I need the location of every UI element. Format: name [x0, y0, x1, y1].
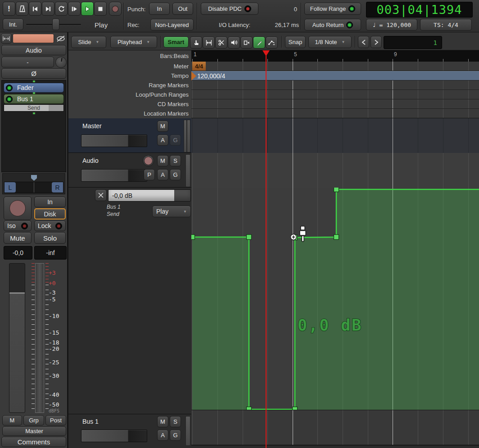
edit-internal-tool-button[interactable] [266, 36, 278, 49]
editor-canvas[interactable]: 0,0 dB [191, 118, 479, 448]
time-stretch-tool-button[interactable] [240, 36, 253, 49]
punch-in-button[interactable]: In [149, 3, 170, 15]
lane-value-slider[interactable]: -0,0 dB [108, 189, 191, 202]
bus-automation-button[interactable]: A [157, 430, 168, 441]
record-enable-button[interactable] [4, 197, 32, 220]
nudge-back-button[interactable] [358, 36, 369, 48]
audio-mute-button[interactable]: M [157, 155, 168, 166]
nudge-forward-button[interactable] [371, 36, 382, 48]
range-tool-button[interactable] [203, 36, 215, 49]
processor-fader[interactable]: Fader [4, 83, 64, 93]
track-resize-strip[interactable] [187, 120, 190, 152]
midi-panic-button[interactable]: ! [3, 2, 15, 16]
automation-control-point[interactable] [293, 407, 298, 410]
record-button[interactable] [109, 2, 122, 16]
track-header-audio[interactable]: Audio M S P A G [68, 153, 191, 188]
pan-slot[interactable]: L R [4, 182, 63, 193]
send-mini-fader[interactable]: Send [4, 104, 64, 112]
metronome-button[interactable] [16, 2, 28, 16]
ruler-label-bars-beats[interactable]: Bars:Beats [68, 50, 191, 62]
track-color-swatch[interactable] [13, 34, 54, 43]
play-button[interactable] [81, 2, 94, 16]
track-header-master[interactable]: Master M A G [68, 118, 191, 153]
automation-lane-header[interactable]: -0,0 dB Bus 1 Send Play ▼ [68, 188, 191, 414]
solo-button[interactable]: Solo [34, 232, 66, 244]
gain-fader[interactable] [9, 263, 25, 413]
meter-point-button[interactable]: Post [45, 415, 66, 426]
pan-pointer-icon[interactable] [31, 175, 37, 181]
tempo-button[interactable]: ♩ = 120,000 [366, 19, 417, 31]
track-resize-strip[interactable] [185, 154, 190, 187]
automation-curve[interactable]: 0,0 dB [191, 188, 479, 410]
ruler-label-loop-punch-ranges[interactable]: Loop/Punch Ranges [68, 90, 191, 99]
cd-markers-ruler[interactable] [191, 99, 479, 109]
strip-name-button[interactable]: Audio [1, 45, 66, 55]
goto-end-button[interactable] [42, 2, 54, 16]
ruler-label-tempo[interactable]: Tempo [68, 71, 191, 81]
ruler-canvas[interactable]: 159 4/4 120,000/4 [191, 50, 479, 118]
loop-button[interactable] [55, 2, 68, 16]
automation-control-point[interactable] [334, 188, 339, 192]
group-button[interactable]: Grp [23, 415, 44, 426]
audio-recenable-button[interactable] [143, 155, 154, 166]
location-markers-ruler[interactable] [191, 109, 479, 118]
track-name[interactable]: Audio [82, 157, 99, 164]
bars-beats-ruler[interactable]: 159 [191, 50, 479, 62]
bus-track-canvas[interactable] [191, 410, 479, 445]
shuttle-slider[interactable] [26, 18, 81, 31]
shuttle-handle[interactable] [52, 18, 59, 30]
meter-marker[interactable]: 4/4 [192, 62, 206, 71]
bus-group-button[interactable]: G [170, 430, 181, 441]
track-name[interactable]: Master [82, 122, 102, 130]
processor-active-led-icon[interactable] [6, 85, 13, 91]
lane-close-button[interactable] [95, 189, 107, 201]
audio-automation-button[interactable]: A [157, 169, 168, 180]
master-group-button[interactable]: G [170, 134, 181, 146]
punch-out-button[interactable]: Out [172, 3, 193, 15]
ruler-label-cd-markers[interactable]: CD Markers [68, 99, 191, 109]
master-gain-fader[interactable] [81, 134, 147, 147]
processor-bus-send[interactable]: Bus 1 [4, 94, 64, 104]
automation-control-point[interactable] [334, 235, 339, 240]
solo-isolate-button[interactable]: Iso [4, 220, 32, 231]
bus-solo-button[interactable]: S [170, 416, 181, 427]
track-header-bus[interactable]: Bus 1 M S A G [68, 414, 191, 448]
strip-width-button[interactable] [1, 33, 12, 44]
range-markers-ruler[interactable] [191, 81, 479, 90]
lane-mode-dropdown[interactable]: Play ▼ [152, 206, 191, 217]
smart-mode-button[interactable]: Smart [163, 36, 189, 48]
automation-control-point[interactable] [247, 235, 252, 240]
ruler-label-range-markers[interactable]: Range Markers [68, 81, 191, 90]
hide-button[interactable] [55, 34, 66, 43]
audio-gain-fader[interactable] [81, 169, 147, 182]
master-mute-button[interactable]: M [157, 121, 168, 132]
solo-lock-button[interactable]: Lock [34, 220, 66, 231]
track-resize-strip[interactable] [185, 416, 190, 446]
loop-punch-ruler[interactable] [191, 90, 479, 99]
comments-button[interactable]: Comments [1, 437, 66, 447]
panner[interactable]: L R [2, 173, 65, 194]
audio-playlist-button[interactable]: P [144, 169, 155, 180]
master-track-canvas[interactable] [191, 118, 479, 153]
nudge-clock[interactable]: 1 [384, 36, 442, 49]
audition-tool-button[interactable] [228, 36, 240, 49]
record-mode-button[interactable]: Non-Layered [150, 19, 194, 31]
follow-range-button[interactable]: Follow Range [304, 3, 361, 15]
grab-tool-button[interactable] [190, 36, 202, 49]
trim-knob[interactable] [55, 57, 67, 68]
draw-tool-button[interactable] [253, 36, 265, 49]
bus-mute-button[interactable]: M [157, 416, 168, 427]
ruler-label-location-markers[interactable]: Location Markers [68, 109, 191, 118]
playhead-line[interactable] [266, 56, 267, 448]
processor-box[interactable]: Fader Bus 1 Send [1, 80, 66, 172]
track-resize-strip[interactable] [184, 120, 187, 152]
play-range-button[interactable] [68, 2, 81, 16]
grid-unit-dropdown[interactable]: 1/8 Note ▼ [308, 36, 352, 48]
audio-track-canvas[interactable] [191, 153, 479, 188]
monitor-button[interactable]: Int. [3, 18, 23, 30]
goto-start-button[interactable] [29, 2, 41, 16]
meter-ruler[interactable]: 4/4 [191, 62, 479, 71]
processor-active-led-icon[interactable] [6, 96, 13, 103]
edit-point-dropdown[interactable]: Playhead ▼ [110, 36, 157, 48]
edit-mode-dropdown[interactable]: Slide ▼ [71, 36, 106, 48]
